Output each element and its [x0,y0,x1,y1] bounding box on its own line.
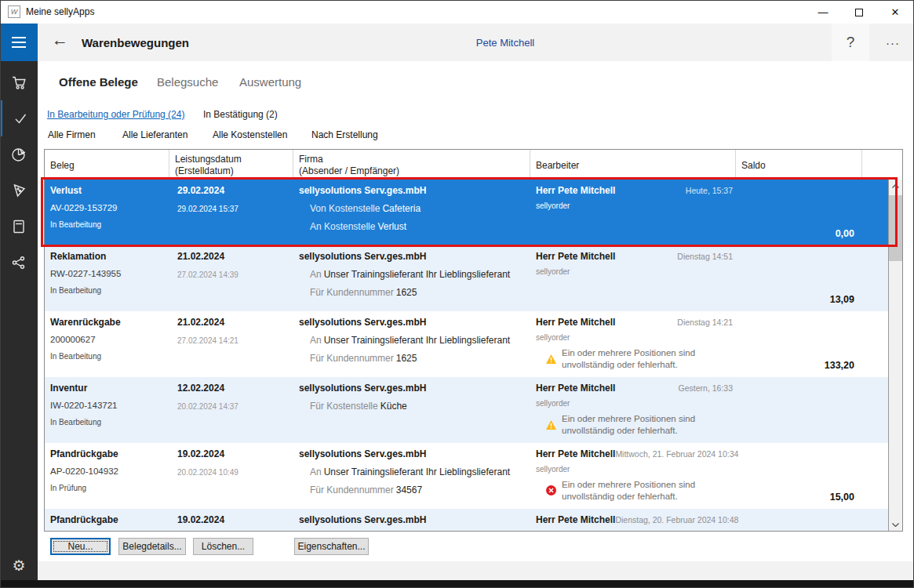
service-date: 21.02.2024 [177,317,293,328]
table-row-warenrueckgabe[interactable]: Warenrückgabe 200000627 In Bearbeitung 2… [45,311,888,377]
sidebar-item-articles[interactable] [0,172,38,209]
filter-link-in-bestaetigung[interactable]: In Bestätigung (2) [203,109,278,120]
tab-auswertung[interactable]: Auswertung [239,75,301,89]
scroll-up-button[interactable] [889,180,902,192]
doc-number: RW-0227-143955 [50,269,169,278]
doc-status: In Bearbeitung [50,418,169,426]
movement-detail: Für Kundennummer34567 [310,485,530,495]
back-button[interactable]: ← [52,31,68,48]
column-header-beleg[interactable]: Beleg [45,150,169,179]
saldo-value: 0,00 [836,228,854,239]
sidebar-item-network[interactable] [0,245,38,281]
created-date: 27.02.2024 14:21 [177,336,293,345]
source-app: sellyorder [536,267,736,276]
editor-name: Herr Pete Mitchell [536,514,615,525]
doc-type: Pfandrückgabe [50,514,169,525]
sidebar-item-tasks-active[interactable] [0,100,38,136]
belegdetails-button[interactable]: Belegdetails... [118,538,186,555]
alert-text: Ein oder mehrere Positionen sind unvolls… [562,347,723,371]
service-date: 21.02.2024 [177,251,293,262]
source-app: sellyorder [536,333,736,342]
table-row-verlust-selected[interactable]: Verlust AV-0229-153729 In Bearbeitung 29… [45,180,888,245]
dropdown-kostenstellen[interactable]: Alle Kostenstellen [213,129,287,140]
filter-link-in-bearbeitung[interactable]: In Bearbeitung oder Prüfung (24) [47,109,184,120]
table-row-reklamation[interactable]: Reklamation RW-0227-143955 In Bearbeitun… [45,245,888,311]
page-title: Warenbewegungen [82,36,189,49]
back-arrow-icon: ← [52,31,68,49]
maximize-button[interactable] [841,1,877,24]
check-icon [13,111,27,125]
scrollbar-thumb[interactable] [889,195,902,261]
column-header-gutter [862,150,888,179]
bottom-bar [0,580,914,588]
hamburger-menu-button[interactable] [0,24,38,61]
doc-status: In Bearbeitung [50,286,169,295]
editor-name: Herr Pete Mitchell [536,383,615,394]
row-alert: Ein oder mehrere Positionen sind unvolls… [546,479,734,503]
source-app: sellyorder [536,399,736,408]
table-row-pfandrueckgabe-2[interactable]: Pfandrückgabe 19.02.2024 sellysolutions … [45,509,888,531]
tab-offene-belege[interactable]: Offene Belege [59,75,138,89]
service-date: 29.02.2024 [177,185,293,196]
editor-name: Herr Pete Mitchell [536,448,615,459]
neu-button[interactable]: Neu... [50,538,111,555]
table-body: Verlust AV-0229-153729 In Bearbeitung 29… [45,180,888,531]
doc-number: AP-0220-104932 [50,466,169,476]
table-header: Beleg Leistungsdatum(Erstelldatum) Firma… [45,150,888,180]
created-date: 20.02.2024 10:49 [177,468,293,477]
minimize-button[interactable]: — [805,1,841,24]
column-header-leistungsdatum[interactable]: Leistungsdatum(Erstelldatum) [169,150,293,179]
table-row-pfandrueckgabe-1[interactable]: Pfandrückgabe AP-0220-104932 In Prüfung … [45,443,888,509]
movement-detail: AnUnser Trainingslieferant Ihr Lieblings… [310,269,530,280]
column-header-saldo[interactable]: Saldo [736,150,862,179]
table-row-inventur[interactable]: Inventur IW-0220-143721 In Bearbeitung 1… [45,377,888,443]
editor-name: Herr Pete Mitchell [536,251,615,262]
source-app: sellyorder [536,201,736,210]
dropdown-firmen[interactable]: Alle Firmen [48,129,96,140]
dropdown-lieferanten[interactable]: Alle Lieferanten [122,129,188,140]
service-date: 12.02.2024 [177,383,293,394]
sidebar-item-settings[interactable]: ⚙ [0,549,38,582]
company-name: sellysolutions Serv.ges.mbH [299,185,530,196]
column-header-firma[interactable]: Firma(Absender / Empfänger) [293,150,530,179]
window-title: Meine sellyApps [26,0,94,24]
doc-status: In Prüfung [50,484,169,492]
title-bar: W Meine sellyApps — ✕ [0,0,914,24]
sidebar-item-catalog[interactable] [0,209,38,245]
saldo-value: 133,20 [825,360,854,371]
edited-timestamp: Dienstag, 20. Februar 2024 10:48 [615,515,738,524]
help-button[interactable]: ? [832,24,869,61]
vertical-scrollbar[interactable] [888,180,902,531]
column-header-bearbeiter[interactable]: Bearbeiter [530,150,736,179]
company-name: sellysolutions Serv.ges.mbH [299,383,530,394]
alert-text: Ein oder mehrere Positionen sind unvolls… [562,413,723,437]
more-options-button[interactable]: ··· [876,24,910,61]
tab-belegsuche[interactable]: Belegsuche [157,75,218,89]
loeschen-button[interactable]: Löschen... [193,538,253,555]
company-name: sellysolutions Serv.ges.mbH [299,448,530,459]
close-icon: ✕ [891,6,900,18]
edited-timestamp: Dienstag 14:21 [677,318,733,327]
documents-table: Beleg Leistungsdatum(Erstelldatum) Firma… [44,149,903,532]
scroll-down-button[interactable] [889,518,902,531]
hamburger-icon [12,37,26,38]
app-logo-icon: W [8,5,20,18]
user-name[interactable]: Pete Mitchell [427,37,584,49]
row-alert: Ein oder mehrere Positionen sind unvolls… [546,347,734,371]
pie-chart-icon [11,147,27,162]
doc-type: Verlust [50,185,169,196]
editor-name: Herr Pete Mitchell [536,185,615,196]
sidebar-item-reports[interactable] [0,136,38,172]
close-button[interactable]: ✕ [877,1,913,24]
doc-status: In Bearbeitung [50,220,169,229]
footer-strip [38,561,914,580]
maximize-icon [855,9,863,16]
company-name: sellysolutions Serv.ges.mbH [299,251,530,262]
error-icon [546,485,556,495]
dropdown-sortierung[interactable]: Nach Erstellung [311,129,378,140]
movement-detail: An KostenstelleVerlust [310,221,530,232]
eigenschaften-button[interactable]: Eigenschaften... [294,538,369,555]
created-date: 29.02.2024 15:37 [177,205,293,213]
sidebar-item-cart[interactable] [0,64,38,100]
edited-timestamp: Heute, 15:37 [686,186,733,195]
